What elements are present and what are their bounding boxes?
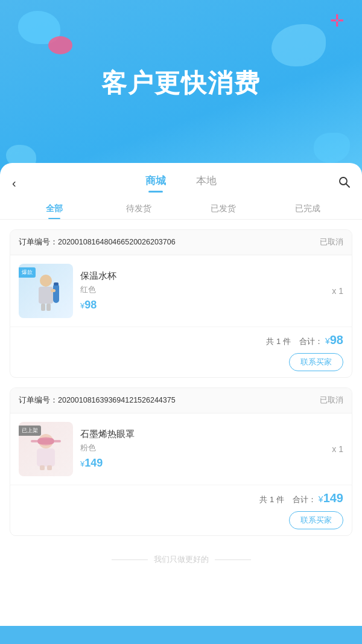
footer-text: 我们只做更好的 (0, 536, 362, 577)
total-count-1: 共 1 件 (266, 337, 290, 346)
product-qty-2: x 1 (332, 444, 343, 454)
product-name-1: 保温水杯 (80, 270, 325, 282)
plus-icon: ✛ (330, 11, 344, 31)
svg-point-2 (40, 275, 52, 287)
decorative-blob-2 (48, 36, 72, 54)
product-qty-1: x 1 (332, 286, 343, 296)
product-illustration-1 (19, 264, 73, 318)
svg-rect-7 (54, 282, 59, 285)
order-block-2: 订单编号：2020010816393694121526244375 已取消 已上… (10, 387, 352, 536)
product-image-1: 爆款 (19, 264, 73, 318)
svg-rect-4 (41, 304, 45, 311)
tab-local[interactable]: 本地 (196, 174, 217, 193)
product-variant-1: 红色 (80, 284, 325, 295)
person-thermos-svg (28, 269, 64, 314)
product-illustration-2 (19, 422, 73, 476)
order-status-2: 已取消 (320, 395, 343, 406)
product-info-2: 石墨烯热眼罩 粉色 ¥149 (80, 429, 325, 470)
svg-rect-12 (37, 438, 54, 444)
total-price-1: ¥98 (325, 333, 343, 346)
product-info-1: 保温水杯 红色 ¥98 (80, 270, 325, 311)
nav-tabs: 商城 本地 (30, 174, 332, 193)
svg-line-1 (346, 184, 349, 187)
filter-shipped[interactable]: 已发货 (181, 199, 265, 219)
back-button[interactable]: ‹ (12, 176, 30, 190)
svg-rect-10 (37, 448, 55, 467)
order-summary-1: 共 1 件 合计： ¥98 (19, 333, 343, 347)
order-id-2: 订单编号：2020010816393694121526244375 (19, 395, 176, 406)
svg-rect-8 (51, 289, 56, 292)
svg-rect-14 (54, 440, 61, 442)
product-price-2: ¥149 (80, 457, 325, 470)
hero-section: ✛ 客户更快消费 (0, 0, 362, 181)
order-header-1: 订单编号：2020010816480466520026203706 已取消 (10, 230, 352, 255)
svg-rect-6 (53, 284, 59, 303)
svg-rect-3 (39, 287, 53, 304)
svg-rect-16 (47, 465, 52, 470)
eye-mask-svg (25, 428, 67, 470)
total-yen-2: ¥ (319, 494, 323, 504)
order-status-1: 已取消 (320, 237, 343, 247)
contact-buyer-btn-2[interactable]: 联系买家 (289, 511, 343, 529)
total-label-2: 合计： (293, 495, 316, 504)
total-yen-1: ¥ (325, 336, 330, 346)
nav-row: ‹ 商城 本地 (0, 163, 362, 193)
tab-mall[interactable]: 商城 (145, 174, 166, 193)
product-row-2: 已上架 (10, 413, 352, 485)
order-block-1: 订单编号：2020010816480466520026203706 已取消 爆款 (10, 229, 352, 378)
filter-row: 全部 待发货 已发货 已完成 (0, 193, 362, 220)
order-header-2: 订单编号：2020010816393694121526244375 已取消 (10, 388, 352, 413)
filter-pending-ship[interactable]: 待发货 (97, 199, 181, 219)
decorative-blob-4 (314, 133, 350, 163)
svg-rect-5 (46, 304, 51, 311)
search-button[interactable] (332, 176, 350, 191)
total-count-2: 共 1 件 (259, 495, 284, 504)
svg-rect-15 (40, 465, 45, 470)
order-footer-1: 共 1 件 合计： ¥98 联系买家 (10, 327, 352, 377)
hero-title: 客户更快消费 (0, 66, 362, 100)
product-name-2: 石墨烯热眼罩 (80, 429, 325, 440)
main-card: ‹ 商城 本地 全部 待发货 已发货 已完成 订单编号：202001081648… (0, 163, 362, 626)
order-footer-2: 共 1 件 合计： ¥149 联系买家 (10, 485, 352, 535)
product-row-1: 爆款 (10, 255, 352, 327)
total-label-1: 合计： (299, 337, 323, 346)
search-icon (338, 176, 350, 188)
order-id-1: 订单编号：2020010816480466520026203706 (19, 237, 176, 247)
svg-point-0 (340, 177, 347, 185)
decorative-blob-3 (272, 24, 326, 66)
order-summary-2: 共 1 件 合计： ¥149 (19, 491, 343, 505)
filter-completed[interactable]: 已完成 (265, 199, 350, 219)
filter-all[interactable]: 全部 (12, 199, 97, 219)
contact-buyer-btn-1[interactable]: 联系买家 (289, 353, 343, 371)
product-image-2: 已上架 (19, 422, 73, 476)
total-price-2: ¥149 (319, 491, 343, 505)
svg-rect-13 (31, 440, 38, 442)
product-price-1: ¥98 (80, 299, 325, 311)
product-variant-2: 粉色 (80, 442, 325, 453)
